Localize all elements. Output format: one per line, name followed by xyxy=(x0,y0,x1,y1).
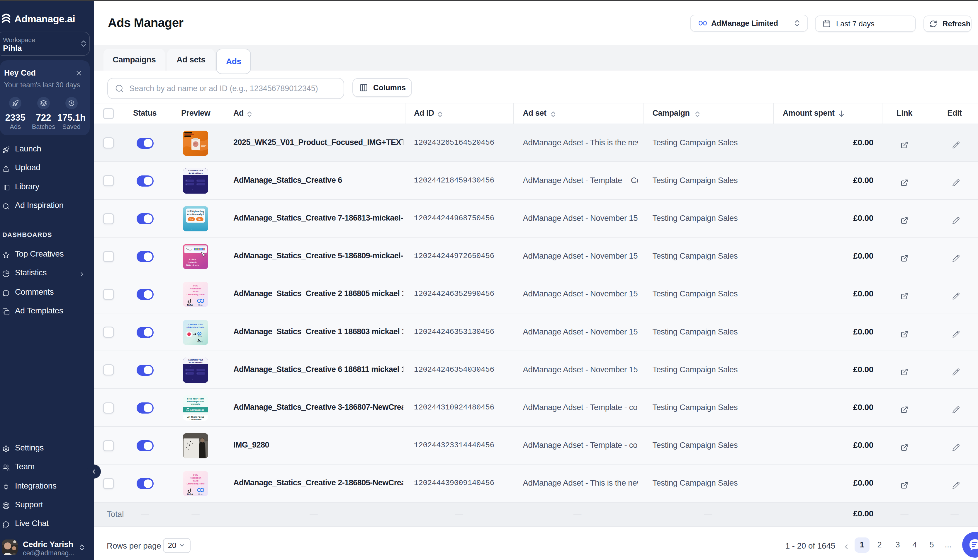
svg-text:in Ad: in Ad xyxy=(192,290,199,293)
svg-text:Launching Time: Launching Time xyxy=(186,293,205,296)
svg-text:TikTok: TikTok xyxy=(187,304,193,306)
svg-text:TikTok: TikTok xyxy=(197,341,202,343)
svg-text:Meta: Meta xyxy=(198,335,202,337)
svg-text:96%: 96% xyxy=(193,284,198,287)
svg-text:1 minute: 1 minute xyxy=(187,261,197,263)
svg-text:Uploads.: Uploads. xyxy=(191,403,201,405)
svg-text:Meta: Meta xyxy=(198,304,202,306)
svg-text:Launch 100s: Launch 100s xyxy=(189,323,203,326)
svg-text:100s of ads: 100s of ads xyxy=(186,264,199,267)
svg-text:96%: 96% xyxy=(193,473,198,476)
svg-text:Admanage.ai: Admanage.ai xyxy=(190,408,204,411)
svg-text:of Ads in <1min.: of Ads in <1min. xyxy=(186,326,205,328)
svg-text:1 click: 1 click xyxy=(189,258,196,261)
svg-text:Automate Your: Automate Your xyxy=(188,169,203,172)
svg-text:Launching Time: Launching Time xyxy=(186,482,205,485)
svg-text:Ad Workflows: Ad Workflows xyxy=(189,361,202,364)
svg-text:in Ad: in Ad xyxy=(192,480,199,482)
svg-text:Reduction: Reduction xyxy=(190,477,201,479)
svg-text:Free Your Team: Free Your Team xyxy=(187,397,204,400)
svg-text:Ads Manually?: Ads Manually? xyxy=(187,213,204,216)
svg-text:Ad Workflows: Ad Workflows xyxy=(189,172,202,175)
svg-text:Still Uploading: Still Uploading xyxy=(187,210,204,213)
svg-text:No: No xyxy=(199,218,201,220)
svg-text:Meta: Meta xyxy=(198,493,202,495)
svg-text:Reduction: Reduction xyxy=(190,287,201,290)
svg-text:TikTok: TikTok xyxy=(187,493,193,495)
svg-text:Yes: Yes xyxy=(190,218,193,220)
svg-text:GLP-1: GLP-1 xyxy=(194,143,197,144)
svg-text:Automate Your: Automate Your xyxy=(188,358,203,361)
svg-text:Patches: Patches xyxy=(194,144,197,145)
svg-text:On Growth: On Growth xyxy=(190,418,202,421)
svg-text:From Repetitive: From Repetitive xyxy=(187,400,205,403)
